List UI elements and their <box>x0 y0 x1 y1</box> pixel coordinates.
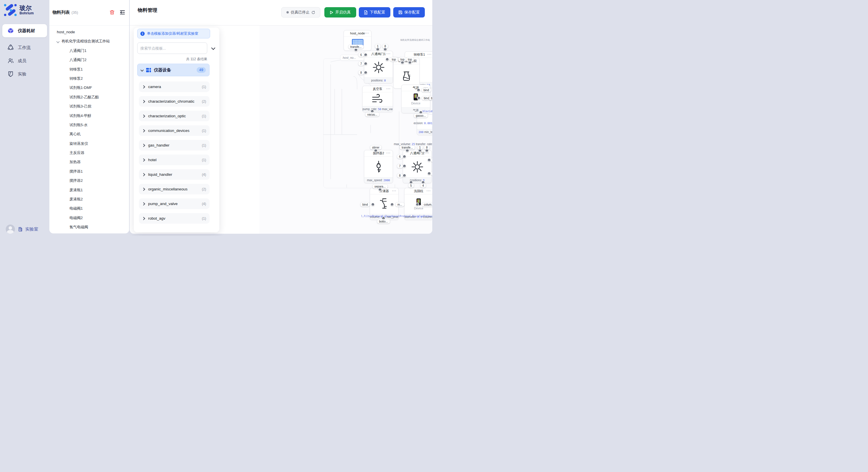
category-instrument-devices[interactable]: 仪器设备 49 <box>137 64 210 76</box>
port-handle[interactable]: ‹ <box>415 203 419 206</box>
node-试剂瓶3-己烷[interactable]: 试剂瓶3-己烷••• <box>393 58 420 89</box>
tree-item[interactable]: 废液瓶1 <box>53 186 127 195</box>
node-menu-icon[interactable]: ••• <box>386 86 391 92</box>
template-category-liquid_handler[interactable]: liquid_handler(4) <box>139 169 210 180</box>
port-chip-8[interactable]: 8 <box>358 71 364 75</box>
tree-item[interactable]: 转移泵2 <box>53 74 127 83</box>
port-handle[interactable]: ‹ <box>371 203 375 206</box>
sidebar-item-experiment[interactable]: 实验 <box>2 68 47 80</box>
trash-icon[interactable] <box>110 10 115 15</box>
port-chip-6[interactable]: 6 <box>397 155 403 159</box>
node-八通阀门1[interactable]: 八通阀门1•••positions: 8 <box>364 51 393 83</box>
port-handle[interactable]: ‹ <box>417 96 421 100</box>
tree-item[interactable]: 试剂瓶2-乙酸乙酯 <box>53 93 127 102</box>
port-chip-gasso[interactable]: gasso... <box>414 113 428 118</box>
template-category-camera[interactable]: camera(1) <box>139 81 210 92</box>
port-chip-stirrer[interactable]: stirrer <box>370 145 381 150</box>
flow-canvas[interactable]: 有机化学流程综合测试工作站 host_no...host_node•••八通阀门… <box>259 26 432 234</box>
port-handle[interactable]: ‹ <box>417 88 421 92</box>
sidebar-item-workflow[interactable]: 工作流 <box>2 42 47 53</box>
template-category-pump_and_valve[interactable]: pump_and_valve(4) <box>139 198 210 209</box>
port-chip-transfe[interactable]: transfe... <box>348 45 364 49</box>
tree-item[interactable]: 试剂瓶5-水 <box>53 121 127 130</box>
port-chip-7[interactable]: 7 <box>397 164 403 168</box>
tree-item[interactable]: 试剂瓶1-DMF <box>53 83 127 92</box>
tree-item[interactable]: 真空泵 <box>53 232 127 232</box>
port-handle[interactable]: › <box>403 164 406 168</box>
sidebar-item-laboratory[interactable]: 实验室 <box>18 227 38 232</box>
collapse-tree-icon[interactable] <box>120 10 125 14</box>
tree-item[interactable]: 搅拌器2 <box>53 176 127 185</box>
port-chip-8[interactable]: 8 <box>424 145 430 150</box>
search-template-input[interactable] <box>137 42 207 54</box>
port-handle[interactable]: › <box>427 158 431 162</box>
port-chip-8[interactable]: 8 <box>382 44 388 48</box>
template-category-characterization_optic[interactable]: characterization_optic(1) <box>139 111 210 121</box>
tree-item[interactable]: 电磁阀1 <box>53 204 127 213</box>
collapse-panel-icon[interactable] <box>211 46 215 50</box>
port-handle[interactable]: › <box>403 155 406 159</box>
port-chip-1[interactable]: 1 <box>375 44 381 48</box>
tree-item[interactable]: 转移泵1 <box>53 65 127 74</box>
tree-item-host-node[interactable]: host_node <box>53 28 127 37</box>
port-chip-separa[interactable]: separa... <box>373 184 388 189</box>
refresh-icon[interactable] <box>311 11 315 14</box>
node-真空泵[interactable]: 真空泵•••pump_rate: 50 max_vacuum: 0.1 <box>362 86 393 112</box>
download-config-button[interactable]: 下载配置 <box>359 7 391 18</box>
save-config-button[interactable]: 保存配置 <box>393 7 425 18</box>
port-chip-top[interactable]: top <box>398 57 406 62</box>
template-category-gas_handler[interactable]: gas_handler(1) <box>139 140 210 150</box>
tree-group-workstation[interactable]: 有机化学流程综合测试工作站 <box>53 37 127 46</box>
port-chip-3[interactable]: 3 <box>431 171 432 176</box>
port-chip-m[interactable]: m... <box>396 202 404 207</box>
port-handle[interactable]: › <box>364 53 368 57</box>
node-menu-icon[interactable]: ••• <box>427 52 432 57</box>
port-handle[interactable]: › <box>427 172 431 175</box>
tree-item[interactable]: 加热器 <box>53 158 127 167</box>
tree-item[interactable]: 八通阀门1 <box>53 46 127 55</box>
port-chip-top[interactable]: top <box>406 57 414 62</box>
port-chip-7[interactable]: 7 <box>358 62 364 66</box>
port-chip-transfe[interactable]: transfe... <box>400 145 415 150</box>
port-handle[interactable]: ‹ <box>403 174 406 177</box>
tree-item[interactable]: 电磁阀2 <box>53 213 127 223</box>
port-chip-1[interactable]: 1 <box>417 145 423 150</box>
port-chip-bind[interactable]: bind <box>422 88 431 92</box>
port-handle[interactable]: › <box>391 203 394 206</box>
port-chip-5[interactable]: 5 <box>408 183 414 188</box>
tree-item[interactable]: 氢气电磁阀 <box>53 223 127 232</box>
tree-item[interactable]: 废液瓶2 <box>53 195 127 204</box>
node-menu-icon[interactable]: ••• <box>386 51 391 57</box>
tree-item[interactable]: 搅拌器1 <box>53 167 127 176</box>
start-simulation-button[interactable]: 开启仿真 <box>324 7 356 18</box>
port-chip-bind[interactable]: bind <box>361 202 370 207</box>
sidebar-item-members[interactable]: 成员 <box>2 55 47 67</box>
port-chip-bind[interactable]: bind <box>429 96 432 100</box>
tree-item[interactable]: 旋转蒸发仪 <box>53 139 127 148</box>
node-menu-icon[interactable]: ••• <box>386 150 391 156</box>
node-menu-icon[interactable]: ••• <box>365 30 369 36</box>
template-category-communication_devices[interactable]: communication_devices(1) <box>139 125 210 136</box>
sim-status-badge[interactable]: 仿真已停止 <box>281 7 320 18</box>
tree-item[interactable]: 主反应器 <box>53 148 127 158</box>
port-chip-top[interactable]: top <box>390 57 398 62</box>
node-menu-icon[interactable]: ••• <box>427 188 431 194</box>
avatar[interactable] <box>6 225 15 234</box>
node-menu-icon[interactable]: ••• <box>392 188 396 194</box>
tree-item[interactable]: 八通阀门2 <box>53 55 127 65</box>
port-handle[interactable]: › <box>364 62 368 66</box>
port-chip-botto[interactable]: botto... <box>377 220 390 224</box>
port-chip-colum[interactable]: colum... <box>422 202 432 207</box>
port-chip-6[interactable]: 6 <box>358 53 364 57</box>
sidebar-item-cube[interactable]: 仪器耗材 <box>2 24 47 37</box>
node-搅拌器2[interactable]: 搅拌器2•••max_speed: 2000 <box>364 150 393 183</box>
tree-item[interactable]: 试剂瓶3-己烷 <box>53 102 127 111</box>
tree-item[interactable]: 试剂瓶4-甲醇 <box>53 111 127 121</box>
template-category-organic_miscellaneous[interactable]: organic_miscellaneous(2) <box>139 184 210 194</box>
template-category-characterization_chromatic[interactable]: characterization_chromatic(2) <box>139 96 210 107</box>
node-八通阀门2[interactable]: 八通阀门2•••positions: 8 <box>403 150 432 183</box>
template-category-robot_agv[interactable]: robot_agv(1) <box>139 213 210 224</box>
port-chip-vacuu[interactable]: vacuu... <box>365 112 379 117</box>
template-category-hotel[interactable]: hotel(1) <box>139 155 210 165</box>
port-chip-2[interactable]: 2 <box>431 158 432 162</box>
